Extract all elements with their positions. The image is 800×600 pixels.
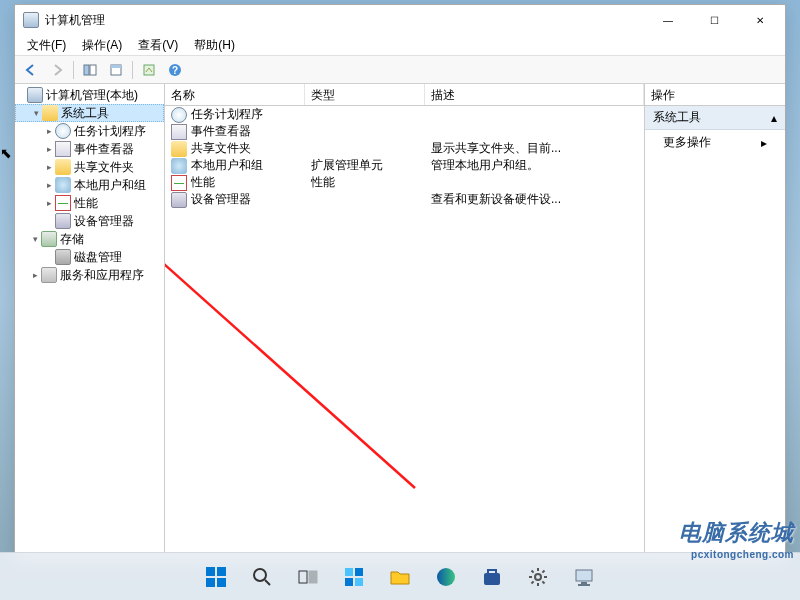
task-view-button[interactable] bbox=[288, 557, 328, 597]
svg-rect-0 bbox=[84, 65, 89, 75]
tree-storage[interactable]: ▾ 存储 bbox=[15, 230, 164, 248]
taskbar[interactable] bbox=[0, 552, 800, 600]
tree-label: 设备管理器 bbox=[74, 213, 134, 230]
device-icon bbox=[55, 213, 71, 229]
help-button[interactable]: ? bbox=[163, 59, 187, 81]
show-hide-tree-button[interactable] bbox=[78, 59, 102, 81]
svg-point-23 bbox=[535, 574, 541, 580]
titlebar[interactable]: 计算机管理 — ☐ ✕ bbox=[15, 5, 785, 35]
actions-section-system-tools[interactable]: 系统工具 ▴ bbox=[645, 106, 785, 130]
widgets-button[interactable] bbox=[334, 557, 374, 597]
expander-icon[interactable]: ▸ bbox=[43, 198, 55, 208]
expander-icon[interactable]: ▾ bbox=[29, 234, 41, 244]
tree-services-apps[interactable]: ▸ 服务和应用程序 bbox=[15, 266, 164, 284]
minimize-button[interactable]: — bbox=[645, 5, 691, 35]
cell-type: 性能 bbox=[305, 174, 425, 191]
list-item[interactable]: 性能 性能 bbox=[165, 174, 644, 191]
menu-help[interactable]: 帮助(H) bbox=[186, 35, 243, 56]
expander-icon[interactable]: ▸ bbox=[43, 180, 55, 190]
tree-local-users[interactable]: ▸ 本地用户和组 bbox=[15, 176, 164, 194]
store-button[interactable] bbox=[472, 557, 512, 597]
svg-rect-22 bbox=[484, 573, 500, 585]
computer-management-taskbar-button[interactable] bbox=[564, 557, 604, 597]
column-name[interactable]: 名称 bbox=[165, 84, 305, 105]
actions-section-label: 系统工具 bbox=[653, 109, 701, 126]
cell-name: 性能 bbox=[191, 174, 215, 191]
refresh-button[interactable] bbox=[137, 59, 161, 81]
menu-file[interactable]: 文件(F) bbox=[19, 35, 74, 56]
tree-label: 事件查看器 bbox=[74, 141, 134, 158]
svg-rect-32 bbox=[576, 570, 592, 581]
list-item[interactable]: 任务计划程序 bbox=[165, 106, 644, 123]
tree-root[interactable]: 计算机管理(本地) bbox=[15, 86, 164, 104]
chevron-right-icon: ▸ bbox=[761, 136, 767, 150]
list-item[interactable]: 共享文件夹 显示共享文件夹、目前... bbox=[165, 140, 644, 157]
tree-disk-management[interactable]: 磁盘管理 bbox=[15, 248, 164, 266]
watermark: 电脑系统城 bbox=[679, 518, 794, 548]
disk-icon bbox=[55, 249, 71, 265]
svg-rect-20 bbox=[355, 578, 363, 586]
tree-label: 计算机管理(本地) bbox=[46, 87, 138, 104]
clock-icon bbox=[55, 123, 71, 139]
svg-point-13 bbox=[254, 569, 266, 581]
svg-rect-11 bbox=[206, 578, 215, 587]
toolbar-separator bbox=[73, 61, 74, 79]
svg-rect-1 bbox=[90, 65, 96, 75]
column-desc[interactable]: 描述 bbox=[425, 84, 644, 105]
tree-device-manager[interactable]: 设备管理器 bbox=[15, 212, 164, 230]
tree-event-viewer[interactable]: ▸ 事件查看器 bbox=[15, 140, 164, 158]
column-type[interactable]: 类型 bbox=[305, 84, 425, 105]
svg-line-29 bbox=[542, 581, 544, 583]
back-button[interactable] bbox=[19, 59, 43, 81]
search-button[interactable] bbox=[242, 557, 282, 597]
actions-header: 操作 bbox=[645, 84, 785, 106]
list-body[interactable]: 任务计划程序 事件查看器 共享文件夹 显示共享文件夹、目前... 本地用户和组 … bbox=[165, 106, 644, 558]
expander-icon[interactable]: ▸ bbox=[43, 126, 55, 136]
svg-rect-33 bbox=[581, 582, 587, 584]
list-item[interactable]: 设备管理器 查看和更新设备硬件设... bbox=[165, 191, 644, 208]
expander-icon[interactable]: ▸ bbox=[43, 144, 55, 154]
event-icon bbox=[171, 124, 187, 140]
cell-type: 扩展管理单元 bbox=[305, 157, 425, 174]
expander-icon[interactable]: ▸ bbox=[43, 162, 55, 172]
menubar: 文件(F) 操作(A) 查看(V) 帮助(H) bbox=[15, 35, 785, 56]
cell-name: 本地用户和组 bbox=[191, 157, 263, 174]
desktop-cursor: ⬉ bbox=[0, 145, 12, 161]
close-button[interactable]: ✕ bbox=[737, 5, 783, 35]
tree-label: 本地用户和组 bbox=[74, 177, 146, 194]
tree-label: 存储 bbox=[60, 231, 84, 248]
settings-button[interactable] bbox=[518, 557, 558, 597]
list-item[interactable]: 本地用户和组 扩展管理单元 管理本地用户和组。 bbox=[165, 157, 644, 174]
action-more[interactable]: 更多操作 ▸ bbox=[645, 130, 785, 155]
menu-action[interactable]: 操作(A) bbox=[74, 35, 130, 56]
tree-label: 服务和应用程序 bbox=[60, 267, 144, 284]
computer-management-window: 计算机管理 — ☐ ✕ 文件(F) 操作(A) 查看(V) 帮助(H) ? 计算… bbox=[14, 4, 786, 559]
maximize-button[interactable]: ☐ bbox=[691, 5, 737, 35]
start-button[interactable] bbox=[196, 557, 236, 597]
expander-icon[interactable]: ▸ bbox=[29, 270, 41, 280]
svg-line-14 bbox=[265, 580, 270, 585]
edge-button[interactable] bbox=[426, 557, 466, 597]
expander-icon[interactable]: ▾ bbox=[30, 108, 42, 118]
menu-view[interactable]: 查看(V) bbox=[130, 35, 186, 56]
wrench-icon bbox=[42, 105, 58, 121]
navigation-tree[interactable]: 计算机管理(本地) ▾ 系统工具 ▸ 任务计划程序 ▸ 事件查看器 ▸ 共享文件… bbox=[15, 84, 165, 558]
svg-text:?: ? bbox=[172, 65, 178, 76]
computer-icon bbox=[27, 87, 43, 103]
column-headers: 名称 类型 描述 bbox=[165, 84, 644, 106]
clock-icon bbox=[171, 107, 187, 123]
list-item[interactable]: 事件查看器 bbox=[165, 123, 644, 140]
window-title: 计算机管理 bbox=[45, 12, 645, 29]
tree-task-scheduler[interactable]: ▸ 任务计划程序 bbox=[15, 122, 164, 140]
explorer-button[interactable] bbox=[380, 557, 420, 597]
tree-performance[interactable]: ▸ 性能 bbox=[15, 194, 164, 212]
storage-icon bbox=[41, 231, 57, 247]
svg-line-28 bbox=[532, 570, 534, 572]
tree-system-tools[interactable]: ▾ 系统工具 bbox=[15, 104, 164, 122]
window-controls: — ☐ ✕ bbox=[645, 5, 783, 35]
tree-shared-folders[interactable]: ▸ 共享文件夹 bbox=[15, 158, 164, 176]
cell-desc: 管理本地用户和组。 bbox=[425, 157, 644, 174]
forward-button[interactable] bbox=[45, 59, 69, 81]
properties-button[interactable] bbox=[104, 59, 128, 81]
svg-line-30 bbox=[532, 581, 534, 583]
